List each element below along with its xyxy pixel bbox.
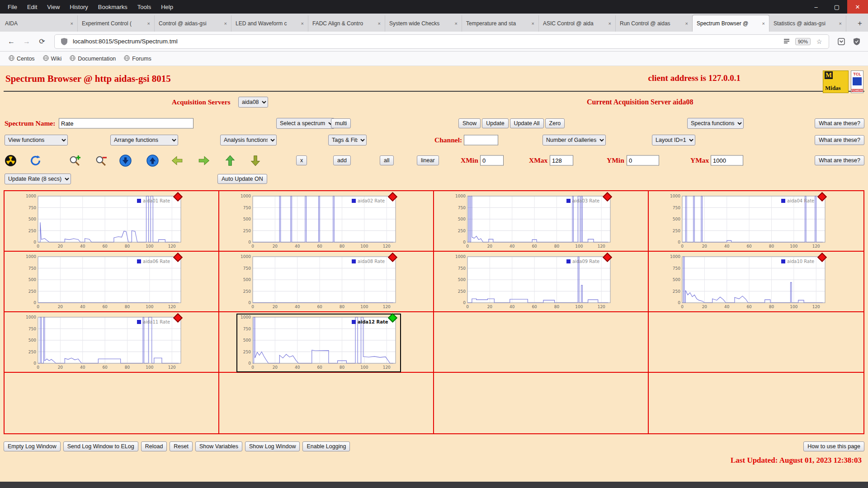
spectrum-chart-aida02-rate[interactable]: 02505007501000020406080100120aida02 Rate [237,193,400,250]
multi-button[interactable]: multi [331,118,351,128]
menu-file[interactable]: File [3,0,22,14]
channel-input[interactable] [464,135,498,145]
tags-fits-dropdown[interactable]: Tags & Fits [328,135,367,145]
tab-led-and-waveform-c[interactable]: LED and Waveform c× [231,15,308,32]
tab-close-icon[interactable]: × [762,21,765,26]
spectrum-chart-aida10-rate[interactable]: 02505007501000020406080100120aida10 Rate [667,254,830,311]
zero-button[interactable]: Zero [545,118,565,128]
bookmark-centos[interactable]: Centos [5,54,38,64]
green-right-arrow-icon[interactable] [198,154,210,167]
menu-edit[interactable]: Edit [22,0,42,14]
green-left-arrow-icon[interactable] [171,154,184,167]
tab-close-icon[interactable]: × [455,21,458,26]
arrange-functions-dropdown[interactable]: Arrange functions [110,135,178,145]
spectrum-chart-aida11-rate[interactable]: 02505007501000020406080100120aida11 Rate [23,314,185,371]
blue-down-icon[interactable] [119,154,132,167]
layout-id-dropdown[interactable]: Layout ID=1 [652,135,695,145]
back-button[interactable]: ← [5,35,18,48]
reader-mode-icon[interactable] [782,37,792,47]
blue-up-icon[interactable] [146,154,159,167]
bookmark-forums[interactable]: Forums [121,54,154,64]
tab-aida[interactable]: AIDA× [1,15,78,32]
bookmark-star-icon[interactable]: ☆ [814,37,824,47]
view-functions-dropdown[interactable]: View functions [5,135,68,145]
spectrum-name-input[interactable] [59,118,193,129]
number-of-galleries-dropdown[interactable]: Number of Galleries [542,135,606,145]
auto-update-button[interactable]: Auto Update ON [217,174,267,184]
spectrum-chart-aida12-rate[interactable]: 02505007501000020406080100120aida12 Rate [237,314,400,371]
bookmark-documentation[interactable]: Documentation [66,54,119,64]
bookmark-wiki[interactable]: Wiki [40,54,65,64]
update-button[interactable]: Update [482,118,508,128]
select-spectrum-dropdown[interactable]: Select a spectrum [276,118,335,129]
add-button[interactable]: add [333,155,351,165]
tab-close-icon[interactable]: × [224,21,227,26]
reload-button[interactable]: ⟳ [35,35,49,48]
green-down-arrow-icon[interactable] [249,154,262,167]
reset-button[interactable]: Reset [170,441,193,451]
spectrum-chart-aida09-rate[interactable]: 02505007501000020406080100120aida09 Rate [452,254,615,311]
spectrum-chart-aida04-rate[interactable]: 02505007501000020406080100120aida04 Rate [667,193,830,250]
tab-experiment-control[interactable]: Experiment Control (× [78,15,155,32]
close-button[interactable]: ✕ [847,0,868,14]
tab-asic-control-aida[interactable]: ASIC Control @ aida× [539,15,616,32]
tab-close-icon[interactable]: × [532,21,534,26]
what-are-these-button-3[interactable]: What are these? [815,155,864,165]
xmax-input[interactable] [550,155,573,166]
send-log-window-to-elog-button[interactable]: Send Log Window to ELog [63,441,138,451]
x-scale-button[interactable]: x [296,155,307,165]
spectrum-chart-aida01-rate[interactable]: 02505007501000020406080100120aida01 Rate [23,193,185,250]
empty-log-window-button[interactable]: Empty Log Window [4,441,61,451]
menu-bookmarks[interactable]: Bookmarks [93,0,132,14]
spectra-functions-dropdown[interactable]: Spectra functions [687,118,744,129]
show-variables-button[interactable]: Show Variables [195,441,242,451]
tab-close-icon[interactable]: × [301,21,304,26]
forward-button[interactable]: → [20,35,33,48]
menu-history[interactable]: History [65,0,93,14]
tab-statistics-aidas-gsi[interactable]: Statistics @ aidas-gsi× [769,15,846,32]
tab-close-icon[interactable]: × [71,21,73,26]
maximize-button[interactable]: ▢ [826,0,847,14]
spectrum-chart-aida08-rate[interactable]: 02505007501000020406080100120aida08 Rate [237,254,400,311]
tab-temperature-and-sta[interactable]: Temperature and sta× [462,15,539,32]
extension-shield-icon[interactable] [850,35,863,48]
ymax-input[interactable] [711,155,743,166]
update-rate-dropdown[interactable]: Update Rate (8 secs) [5,174,71,184]
what-are-these-button-2[interactable]: What are these? [815,135,864,145]
minimize-button[interactable]: – [806,0,826,14]
what-are-these-button-1[interactable]: What are these? [815,118,864,128]
spectrum-chart-aida03-rate[interactable]: 02505007501000020406080100120aida03 Rate [452,193,615,250]
tab-close-icon[interactable]: × [685,21,688,26]
menu-help[interactable]: Help [156,0,178,14]
radiation-icon[interactable] [4,154,17,167]
zoom-in-icon[interactable] [68,154,81,167]
shield-icon[interactable] [59,37,69,47]
tab-spectrum-browser[interactable]: Spectrum Browser @× [693,15,769,32]
ymin-input[interactable] [627,155,659,166]
tab-close-icon[interactable]: × [839,21,842,26]
tab-system-wide-checks[interactable]: System wide Checks× [385,15,462,32]
tab-fadc-align-contro[interactable]: FADC Align & Contro× [308,15,385,32]
spectrum-chart-aida06-rate[interactable]: 02505007501000020406080100120aida06 Rate [23,254,185,311]
update-all-button[interactable]: Update All [510,118,544,128]
tab-close-icon[interactable]: × [378,21,381,26]
pocket-icon[interactable] [835,35,848,48]
show-log-window-button[interactable]: Show Log Window [245,441,300,451]
menu-tools[interactable]: Tools [132,0,156,14]
tab-close-icon[interactable]: × [147,21,150,26]
url-field[interactable]: localhost:8015/Spectrum/Spectrum.tml 90%… [54,34,829,49]
zoom-level-badge[interactable]: 90% [795,38,811,45]
tab-close-icon[interactable]: × [609,21,611,26]
reload-button[interactable]: Reload [141,441,167,451]
tab-run-control-aidas[interactable]: Run Control @ aidas× [616,15,693,32]
zoom-out-icon[interactable] [94,154,107,167]
how-to-use-this-page-button[interactable]: How to use this page [803,441,864,451]
show-button[interactable]: Show [458,118,481,128]
all-button[interactable]: all [380,155,394,165]
refresh-icon[interactable] [29,154,42,167]
analysis-functions-dropdown[interactable]: Analysis functions [220,135,277,145]
linear-button[interactable]: linear [417,155,439,165]
menu-view[interactable]: View [42,0,65,14]
tab-control-aidas-gsi[interactable]: Control @ aidas-gsi× [155,15,231,32]
green-up-arrow-icon[interactable] [224,154,236,167]
